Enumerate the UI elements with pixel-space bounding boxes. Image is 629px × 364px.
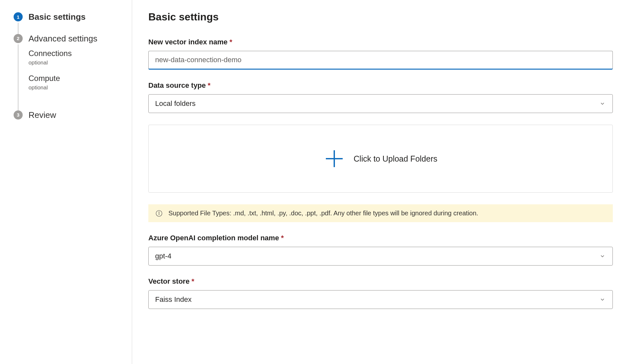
vector-store-select[interactable]: Faiss Index [148,290,613,309]
step-number-1: 1 [14,12,23,21]
field-vector-store: Vector store* Faiss Index [148,277,613,309]
step-connector [18,23,18,35]
step-label-basic-settings: Basic settings [29,12,122,22]
label-model-name: Azure OpenAI completion model name* [148,234,613,242]
data-source-select[interactable]: Local folders [148,94,613,113]
stepper-nav: 1 Basic settings 2 Advanced settings Con… [0,0,132,364]
page-title: Basic settings [148,11,613,23]
chevron-down-icon [600,253,605,259]
step-basic-settings[interactable]: 1 Basic settings [14,12,122,33]
chevron-down-icon [600,101,605,107]
index-name-input[interactable] [148,51,613,70]
plus-icon [324,148,345,169]
step-connector [18,44,18,111]
step-number-2: 2 [14,34,23,43]
field-upload: Click to Upload Folders [148,125,613,193]
substep-hint-compute: optional [29,85,122,91]
info-banner: Supported File Types: .md, .txt, .html, … [148,204,613,222]
upload-text: Click to Upload Folders [354,154,437,164]
substep-compute[interactable]: Compute optional [29,74,122,91]
substep-connections[interactable]: Connections optional [29,49,122,66]
field-model-name: Azure OpenAI completion model name* gpt-… [148,234,613,266]
label-vector-store: Vector store* [148,277,613,286]
chevron-down-icon [600,297,605,302]
step-advanced-settings[interactable]: 2 Advanced settings Connections optional… [14,33,122,110]
upload-folders-button[interactable]: Click to Upload Folders [148,125,613,193]
required-star: * [281,234,284,242]
step-label-advanced-settings: Advanced settings [29,33,122,44]
model-name-select[interactable]: gpt-4 [148,247,613,266]
info-text: Supported File Types: .md, .txt, .html, … [168,210,478,217]
model-name-value: gpt-4 [155,252,171,260]
step-label-review: Review [29,110,122,120]
form-panel: Basic settings New vector index name* Da… [132,0,629,364]
step-review[interactable]: 3 Review [14,110,122,120]
svg-point-4 [159,211,159,212]
label-data-source: Data source type* [148,81,613,90]
field-data-source: Data source type* Local folders [148,81,613,113]
substep-label-connections: Connections [29,49,122,58]
data-source-value: Local folders [155,99,196,108]
substep-hint-connections: optional [29,60,122,66]
substep-label-compute: Compute [29,74,122,83]
step-number-3: 3 [14,110,23,119]
required-star: * [208,81,211,89]
required-star: * [230,38,233,46]
info-icon [155,210,163,217]
label-index-name: New vector index name* [148,38,613,46]
field-index-name: New vector index name* [148,38,613,70]
vector-store-value: Faiss Index [155,295,192,304]
required-star: * [191,277,194,285]
